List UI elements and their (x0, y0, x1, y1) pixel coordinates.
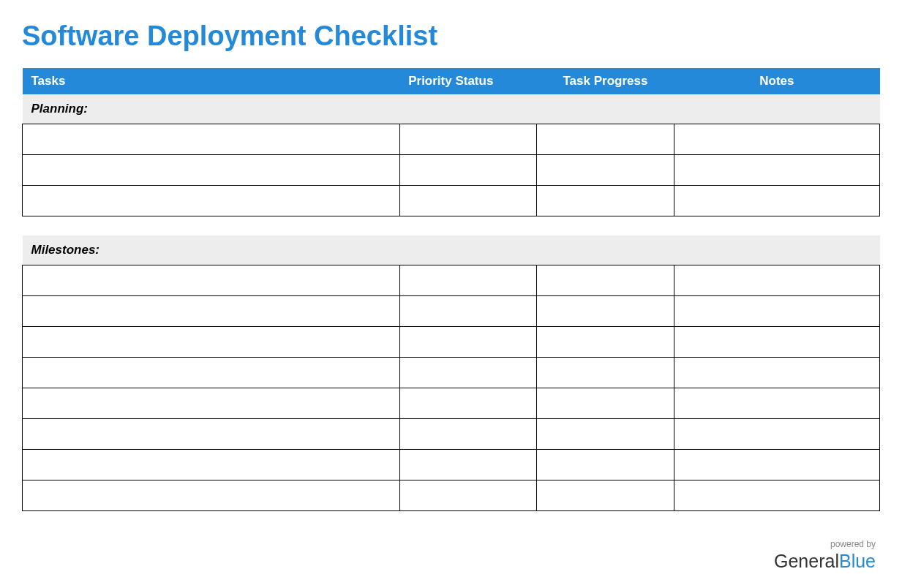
cell-notes[interactable] (674, 357, 879, 388)
cell-notes[interactable] (674, 186, 879, 216)
cell-priority[interactable] (399, 449, 537, 480)
cell-task[interactable] (23, 480, 400, 510)
table-row (23, 186, 880, 216)
header-row: Tasks Priority Status Task Progress Note… (23, 68, 880, 94)
table-row (23, 155, 880, 186)
cell-task[interactable] (23, 265, 400, 295)
cell-priority[interactable] (399, 357, 537, 388)
table-row (23, 265, 880, 295)
cell-priority[interactable] (399, 265, 537, 295)
cell-task[interactable] (23, 295, 400, 326)
cell-progress[interactable] (537, 186, 674, 216)
cell-priority[interactable] (399, 480, 537, 510)
cell-priority[interactable] (399, 124, 537, 155)
cell-task[interactable] (23, 449, 400, 480)
cell-priority[interactable] (399, 418, 537, 449)
cell-priority[interactable] (399, 186, 537, 216)
cell-notes[interactable] (674, 155, 879, 186)
cell-task[interactable] (23, 418, 400, 449)
cell-notes[interactable] (674, 480, 879, 510)
brand-general: General (774, 551, 839, 571)
cell-progress[interactable] (537, 326, 674, 357)
table-row (23, 480, 880, 510)
table-row (23, 326, 880, 357)
cell-progress[interactable] (537, 265, 674, 295)
cell-task[interactable] (23, 186, 400, 216)
table-row (23, 388, 880, 418)
cell-notes[interactable] (674, 388, 879, 418)
section-label: Milestones: (23, 235, 880, 265)
cell-priority[interactable] (399, 155, 537, 186)
cell-progress[interactable] (537, 124, 674, 155)
cell-notes[interactable] (674, 124, 879, 155)
brand-blue: Blue (839, 551, 876, 571)
cell-task[interactable] (23, 357, 400, 388)
checklist-table: Tasks Priority Status Task Progress Note… (22, 68, 880, 511)
table-row (23, 357, 880, 388)
cell-priority[interactable] (399, 295, 537, 326)
cell-notes[interactable] (674, 418, 879, 449)
cell-priority[interactable] (399, 326, 537, 357)
page-title: Software Deployment Checklist (22, 20, 880, 52)
cell-progress[interactable] (537, 480, 674, 510)
table-row (23, 295, 880, 326)
col-priority: Priority Status (399, 68, 537, 94)
cell-progress[interactable] (537, 357, 674, 388)
section-milestones: Milestones: (23, 235, 880, 265)
col-tasks: Tasks (23, 68, 400, 94)
cell-notes[interactable] (674, 449, 879, 480)
cell-progress[interactable] (537, 388, 674, 418)
cell-progress[interactable] (537, 295, 674, 326)
section-label: Planning: (23, 94, 880, 124)
powered-by-label: powered by (774, 539, 876, 549)
col-notes: Notes (674, 68, 879, 94)
footer: powered by GeneralBlue (774, 539, 876, 572)
cell-priority[interactable] (399, 388, 537, 418)
table-row (23, 449, 880, 480)
cell-task[interactable] (23, 326, 400, 357)
spacer (23, 216, 880, 235)
table-row (23, 124, 880, 155)
cell-notes[interactable] (674, 295, 879, 326)
cell-progress[interactable] (537, 418, 674, 449)
cell-progress[interactable] (537, 155, 674, 186)
section-planning: Planning: (23, 94, 880, 124)
cell-task[interactable] (23, 124, 400, 155)
cell-task[interactable] (23, 155, 400, 186)
cell-task[interactable] (23, 388, 400, 418)
cell-notes[interactable] (674, 326, 879, 357)
brand-logo: GeneralBlue (774, 551, 876, 572)
table-row (23, 418, 880, 449)
col-progress: Task Progress (537, 68, 674, 94)
cell-notes[interactable] (674, 265, 879, 295)
cell-progress[interactable] (537, 449, 674, 480)
